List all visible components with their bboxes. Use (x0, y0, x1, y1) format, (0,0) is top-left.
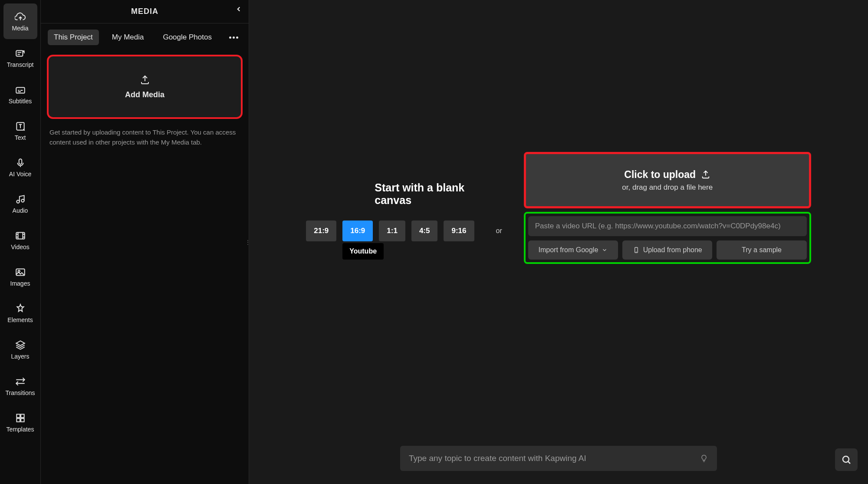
ratio-tooltip: Youtube (342, 243, 384, 260)
ratio-buttons: 21:9 16:9 1:1 4:5 9:16 Youtube (306, 221, 474, 241)
ratio-16-9[interactable]: 16:9 (342, 221, 373, 241)
ai-prompt-bar (400, 446, 717, 471)
upload-title: Click to upload (624, 169, 710, 181)
sidebar-item-layers[interactable]: Layers (3, 332, 37, 367)
audio-icon (15, 194, 26, 205)
sidebar-item-label: Transitions (6, 389, 35, 396)
upload-subtitle: or, drag and drop a file here (622, 183, 713, 192)
sidebar-item-elements[interactable]: Elements (3, 295, 37, 331)
help-text: Get started by uploading content to This… (49, 128, 240, 147)
icon-sidebar: Media Transcript Subtitles Text AI Voice… (0, 0, 41, 484)
panel-title: MEDIA (131, 7, 158, 16)
svg-rect-9 (16, 414, 20, 418)
sidebar-item-label: Media (12, 25, 28, 32)
search-button[interactable] (835, 448, 858, 471)
chevron-left-icon (235, 5, 243, 13)
tab-my-media[interactable]: My Media (106, 30, 150, 45)
ai-voice-icon (15, 157, 26, 168)
import-google-button[interactable]: Import from Google (528, 240, 618, 260)
sidebar-item-label: AI Voice (9, 171, 31, 178)
sidebar-item-subtitles[interactable]: Subtitles (3, 76, 37, 112)
subtitles-icon (15, 84, 26, 95)
more-options-button[interactable] (229, 36, 242, 39)
ratio-9-16[interactable]: 9:16 (444, 221, 474, 241)
collapse-panel-button[interactable] (235, 5, 243, 15)
sidebar-item-label: Subtitles (9, 98, 32, 105)
images-icon (15, 267, 26, 278)
svg-rect-6 (16, 232, 25, 239)
sidebar-item-transcript[interactable]: Transcript (3, 40, 37, 76)
tab-this-project[interactable]: This Project (48, 30, 99, 45)
tab-google-photos[interactable]: Google Photos (157, 30, 217, 45)
media-panel: MEDIA This Project My Media Google Photo… (41, 0, 249, 484)
import-buttons: Import from Google Upload from phone Try… (528, 240, 807, 260)
sidebar-item-aivoice[interactable]: AI Voice (3, 149, 37, 185)
templates-icon (15, 412, 26, 424)
add-media-button[interactable]: Add Media (47, 55, 243, 119)
try-sample-button[interactable]: Try a sample (717, 240, 806, 260)
sidebar-item-transitions[interactable]: Transitions (3, 368, 37, 404)
add-media-label: Add Media (125, 90, 164, 99)
upload-icon (140, 75, 150, 85)
phone-icon (633, 247, 640, 254)
ai-prompt-input[interactable] (409, 454, 700, 463)
click-upload-button[interactable]: Click to upload or, drag and drop a file… (524, 152, 811, 208)
svg-point-14 (843, 456, 849, 462)
panel-header: MEDIA (41, 0, 249, 23)
or-divider: or (496, 227, 502, 235)
text-icon (15, 121, 26, 132)
ratio-4-5[interactable]: 4:5 (411, 221, 438, 241)
lightbulb-icon[interactable] (700, 454, 708, 463)
panel-tabs: This Project My Media Google Photos (41, 23, 249, 51)
search-icon (841, 454, 852, 465)
sidebar-item-text[interactable]: Text (3, 113, 37, 148)
sidebar-item-label: Layers (11, 353, 29, 360)
transitions-icon (15, 376, 26, 387)
sidebar-item-label: Templates (7, 426, 34, 433)
blank-canvas-section: Start with a blank canvas 21:9 16:9 1:1 … (306, 221, 474, 241)
sidebar-item-templates[interactable]: Templates (3, 405, 37, 440)
ratio-21-9[interactable]: 21:9 (306, 221, 336, 241)
cloud-upload-icon (15, 11, 26, 23)
chevron-down-icon (602, 247, 608, 253)
canvas-content: Start with a blank canvas 21:9 16:9 1:1 … (249, 198, 868, 264)
canvas-area: Start with a blank canvas 21:9 16:9 1:1 … (249, 0, 868, 484)
svg-rect-3 (19, 159, 22, 164)
elements-icon (15, 303, 26, 314)
upload-section: Click to upload or, drag and drop a file… (524, 198, 811, 264)
sidebar-item-label: Audio (13, 207, 28, 214)
url-import-section: Import from Google Upload from phone Try… (524, 212, 811, 264)
svg-point-5 (21, 199, 24, 202)
sidebar-item-audio[interactable]: Audio (3, 186, 37, 221)
sidebar-item-label: Images (10, 280, 30, 287)
svg-rect-11 (16, 418, 20, 422)
upload-phone-button[interactable]: Upload from phone (622, 240, 712, 260)
sidebar-item-label: Transcript (7, 61, 34, 68)
sidebar-item-label: Text (15, 134, 26, 141)
videos-icon (15, 230, 26, 241)
sidebar-item-label: Videos (11, 244, 30, 250)
upload-icon (701, 170, 710, 179)
transcript-icon (15, 48, 26, 59)
svg-rect-12 (21, 418, 24, 422)
layers-icon (15, 339, 26, 351)
sidebar-item-images[interactable]: Images (3, 259, 37, 294)
url-input[interactable] (528, 216, 807, 236)
svg-rect-0 (16, 50, 23, 56)
sidebar-item-media[interactable]: Media (3, 3, 37, 39)
sidebar-item-label: Elements (7, 316, 33, 323)
svg-rect-10 (21, 414, 24, 418)
start-title: Start with a blank canvas (375, 181, 474, 207)
ratio-1-1[interactable]: 1:1 (379, 221, 405, 241)
sidebar-item-videos[interactable]: Videos (3, 222, 37, 258)
